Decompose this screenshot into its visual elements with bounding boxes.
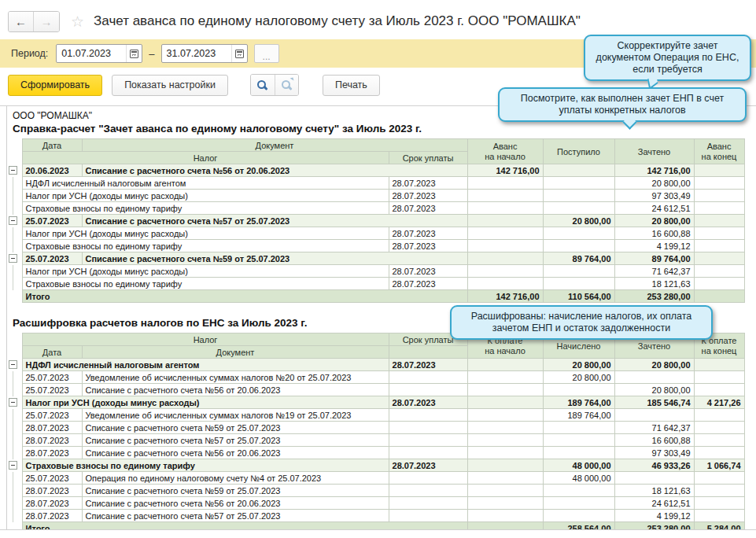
payable-end-value <box>694 485 744 497</box>
payable-start-value <box>467 359 543 371</box>
period-from-field[interactable]: 01.07.2023 <box>56 44 142 63</box>
document-detail-row[interactable]: 25.07.2023Операция по единому налоговому… <box>6 472 744 485</box>
tax-breakdown-table: Налог Срок уплаты К оплате на начало Нач… <box>6 333 745 530</box>
detail-date: 28.07.2023 <box>22 422 82 434</box>
document-detail-row[interactable]: 28.07.2023Списание с расчетного счета №5… <box>6 497 744 510</box>
accrued-value <box>543 497 614 510</box>
search-button[interactable] <box>251 75 275 95</box>
document-group-row[interactable]: 20.06.2023Списание с расчетного счета №5… <box>6 164 744 177</box>
document-detail-row[interactable]: 25.07.2023Уведомление об исчисленных сум… <box>6 371 744 384</box>
received-value <box>543 177 614 190</box>
period-dash: – <box>149 48 154 60</box>
offset-value: 97 303,49 <box>614 447 694 459</box>
tax-detail-row[interactable]: Страховые взносы по единому тарифу28.07.… <box>6 278 744 290</box>
favorite-star-icon[interactable]: ☆ <box>71 13 84 31</box>
document-detail-row[interactable]: 25.07.2023Уведомление об исчисленных сум… <box>6 409 744 422</box>
search-next-button[interactable] <box>275 75 298 95</box>
advance-start-value <box>467 227 543 240</box>
group-tax-name: НДФЛ исчисленный налоговым агентом <box>22 359 389 371</box>
tax-detail-row[interactable]: Налог при УСН (доходы минус расходы)28.0… <box>6 265 744 278</box>
due-date: 28.07.2023 <box>389 227 467 240</box>
total-row[interactable]: Итого142 716,00110 564,00253 280,00 <box>6 290 744 303</box>
accrued-value: 189 764,00 <box>543 396 614 409</box>
tree-gutter <box>6 522 22 531</box>
advance-start-value <box>467 215 543 227</box>
due-date-empty <box>389 371 467 384</box>
collapse-group-icon[interactable] <box>9 254 17 263</box>
offset-value: 20 800,00 <box>614 177 694 190</box>
advance-start-value <box>467 240 543 252</box>
advance-end-value <box>694 227 744 240</box>
group-date: 25.07.2023 <box>22 252 82 265</box>
forward-arrow-icon: → <box>41 15 53 28</box>
tree-gutter <box>6 396 22 409</box>
payable-end-value: 1 066,74 <box>694 459 744 472</box>
collapse-group-icon[interactable] <box>9 166 17 175</box>
accrued-value: 20 800,00 <box>543 371 614 384</box>
detail-date: 28.07.2023 <box>22 434 82 447</box>
due-date-empty <box>389 409 467 422</box>
tax-detail-row[interactable]: Налог при УСН (доходы минус расходы)28.0… <box>6 190 744 202</box>
offset-value <box>614 472 694 485</box>
total-row[interactable]: Итого258 564,00253 280,005 284,00 <box>6 522 744 531</box>
advance-end-value <box>694 202 744 215</box>
detail-date: 25.07.2023 <box>22 409 82 422</box>
total-label: Итого <box>22 522 467 531</box>
tax-detail-row[interactable]: НДФЛ исчисленный налоговым агентом28.07.… <box>6 177 744 190</box>
document-detail-row[interactable]: 28.07.2023Списание с расчетного счета №5… <box>6 422 744 434</box>
tax-name: Налог при УСН (доходы минус расходы) <box>22 227 389 240</box>
forward-button[interactable]: → <box>34 12 59 31</box>
document-detail-row[interactable]: 28.07.2023Списание с расчетного счета №5… <box>6 447 744 459</box>
col-header-advance-end: Аванс на конец <box>694 139 744 164</box>
tax-detail-row[interactable]: Страховые взносы по единому тарифу28.07.… <box>6 202 744 215</box>
payable-end-value <box>694 447 744 459</box>
group-date: 25.07.2023 <box>22 215 82 227</box>
document-group-row[interactable]: 25.07.2023Списание с расчетного счета №5… <box>6 252 744 265</box>
payable-start-value <box>467 409 543 422</box>
received-value <box>543 240 614 252</box>
show-settings-button[interactable]: Показать настройки <box>112 75 228 96</box>
tax-group-row[interactable]: Страховые взносы по единому тарифу28.07.… <box>6 459 744 472</box>
col-header-document: Документ <box>82 139 467 152</box>
advance-start-value <box>467 202 543 215</box>
period-to-field[interactable]: 31.07.2023 <box>161 44 248 63</box>
offset-summary-table: Дата Документ Аванс на начало Поступило … <box>6 138 745 303</box>
tax-detail-row[interactable]: Страховые взносы по единому тарифу28.07.… <box>6 240 744 252</box>
collapse-group-icon[interactable] <box>9 461 17 470</box>
period-from-value[interactable]: 01.07.2023 <box>57 48 126 59</box>
collapse-group-icon[interactable] <box>9 360 17 369</box>
col-header-received: Поступило <box>543 139 614 164</box>
calendar-picker-button[interactable] <box>231 45 247 62</box>
tree-gutter <box>6 359 22 371</box>
group-document: Списание с расчетного счета №56 от 20.06… <box>82 164 467 177</box>
document-detail-row[interactable]: 28.07.2023Списание с расчетного счета №5… <box>6 485 744 497</box>
period-more-button[interactable]: ... <box>254 44 279 63</box>
back-button[interactable]: ← <box>9 12 34 31</box>
offset-value: 71 642,37 <box>614 422 694 434</box>
collapse-group-icon[interactable] <box>9 398 17 407</box>
offset-value: 20 800,00 <box>614 359 694 371</box>
due-date-empty <box>389 510 467 522</box>
col-header-advance-start: Аванс на начало <box>467 139 543 164</box>
collapse-group-icon[interactable] <box>9 216 17 225</box>
document-detail-row[interactable]: 25.07.2023Списание с расчетного счета №5… <box>6 384 744 396</box>
tax-detail-row[interactable]: Налог при УСН (доходы минус расходы)28.0… <box>6 227 744 240</box>
calendar-icon <box>235 50 244 58</box>
print-button[interactable]: Печать <box>323 75 380 96</box>
generate-report-button[interactable]: Сформировать <box>8 75 102 96</box>
document-group-row[interactable]: 25.07.2023Списание с расчетного счета №5… <box>6 215 744 227</box>
period-to-value[interactable]: 31.07.2023 <box>162 48 231 59</box>
payable-end-value: 4 217,26 <box>694 396 744 409</box>
offset-value: 24 612,51 <box>614 202 694 215</box>
document-detail-row[interactable]: 28.07.2023Списание с расчетного счета №5… <box>6 510 744 522</box>
detail-document: Списание с расчетного счета №57 от 25.07… <box>82 434 389 447</box>
col-header-date: Дата <box>22 139 82 152</box>
total-label: Итого <box>22 290 467 303</box>
tax-group-row[interactable]: Налог при УСН (доходы минус расходы)28.0… <box>6 396 744 409</box>
document-detail-row[interactable]: 28.07.2023Списание с расчетного счета №5… <box>6 434 744 447</box>
accrued-value <box>543 485 614 497</box>
tax-group-row[interactable]: НДФЛ исчисленный налоговым агентом28.07.… <box>6 359 744 371</box>
calendar-picker-button[interactable] <box>126 45 142 62</box>
tree-gutter <box>6 346 22 359</box>
tree-gutter <box>6 485 22 497</box>
